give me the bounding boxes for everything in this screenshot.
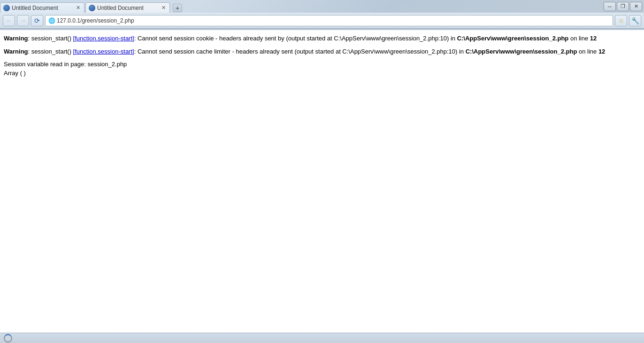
nav-bar: ← → ⟳ 🌐 ☆ 🔧 <box>0 13 644 29</box>
status-bar <box>0 333 644 343</box>
page-content: Warning: session_start() [function.sessi… <box>0 30 644 333</box>
warning-2-function: : session_start() <box>28 48 73 55</box>
back-button[interactable]: ← <box>3 15 15 26</box>
warning-1-function: : session_start() <box>28 35 73 42</box>
warning-2-line: on line <box>577 48 598 55</box>
warning-1-path: C:\AppServ\www\green\session_2.php <box>457 35 569 42</box>
close-button[interactable]: ✕ <box>630 2 642 11</box>
tab-1-close-button[interactable]: ✕ <box>75 5 81 11</box>
forward-button[interactable]: → <box>17 15 29 26</box>
session-line: Session variable read in page: session_2… <box>4 61 127 68</box>
warning-2: Warning: session_start() [function.sessi… <box>4 47 640 56</box>
browser-window: Untitled Document ✕ Untitled Document ✕ … <box>0 0 644 343</box>
restore-button[interactable]: ❐ <box>617 2 629 11</box>
address-icon: 🌐 <box>48 17 55 24</box>
address-input[interactable] <box>57 17 610 24</box>
nav-right-buttons: ☆ 🔧 <box>615 15 641 26</box>
new-tab-icon: + <box>176 4 179 12</box>
new-tab-button[interactable]: + <box>173 4 182 12</box>
tab-2-title: Untitled Document <box>97 5 158 11</box>
close-icon: ✕ <box>634 3 638 9</box>
array-output: Array ( ) <box>4 70 640 77</box>
address-bar[interactable]: 🌐 <box>45 15 613 26</box>
warning-2-label: Warning <box>4 48 28 55</box>
tabs-container: Untitled Document ✕ Untitled Document ✕ … <box>0 0 182 13</box>
warning-1-label: Warning <box>4 35 28 42</box>
loading-spinner <box>4 334 12 343</box>
warning-1-line-number: 12 <box>590 35 597 42</box>
tab-1-icon <box>3 5 10 11</box>
minimize-icon: ─ <box>608 4 612 9</box>
tab-2-icon <box>89 5 95 11</box>
warning-2-path: C:\AppServ\www\green\session_2.php <box>466 48 577 55</box>
warning-1-line: on line <box>568 35 590 42</box>
title-bar: Untitled Document ✕ Untitled Document ✕ … <box>0 0 644 13</box>
session-info: Session variable read in page: session_2… <box>4 60 640 70</box>
tab-2[interactable]: Untitled Document ✕ <box>85 2 170 13</box>
bookmark-button[interactable]: ☆ <box>615 15 627 26</box>
restore-icon: ❐ <box>621 3 625 9</box>
warning-1: Warning: session_start() [function.sessi… <box>4 34 640 43</box>
warning-1-link[interactable]: [function.session-start] <box>73 35 134 42</box>
tab-2-close-button[interactable]: ✕ <box>160 5 167 11</box>
tab-1[interactable]: Untitled Document ✕ <box>0 2 84 13</box>
tools-button[interactable]: 🔧 <box>629 15 641 26</box>
refresh-button[interactable]: ⟳ <box>31 15 43 26</box>
window-controls: ─ ❐ ✕ <box>604 0 644 13</box>
minimize-button[interactable]: ─ <box>604 2 616 11</box>
warning-2-link[interactable]: [function.session-start] <box>73 48 134 55</box>
warning-1-message: : Cannot send session cookie - headers a… <box>134 35 457 42</box>
warning-2-message: : Cannot send session cache limiter - he… <box>134 48 466 55</box>
warning-2-line-number: 12 <box>598 48 605 55</box>
tab-1-title: Untitled Document <box>12 5 73 11</box>
array-text: Array ( ) <box>4 70 26 77</box>
